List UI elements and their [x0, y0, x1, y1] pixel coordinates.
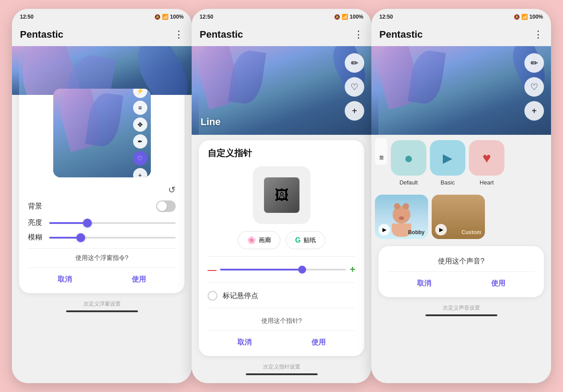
wallpaper-preview-1: ⚡ ≡ ✥ ✒ ♡ + — [53, 89, 151, 177]
bobby-label: Bobby — [408, 229, 425, 235]
size-track-2[interactable] — [220, 269, 346, 270]
more-menu-3[interactable]: ⋮ — [533, 29, 543, 40]
bottom-hint-3: 次定义声音设置 — [371, 302, 551, 314]
custom-label: Custom — [461, 229, 481, 235]
sound-item-custom[interactable]: ▶ Custom — [432, 195, 485, 239]
muted-icon-1 — [154, 14, 161, 20]
bobby-play-btn[interactable]: ▶ — [378, 224, 390, 235]
overlay-plus-2[interactable]: + — [345, 101, 364, 121]
battery-text-3: 100% — [529, 14, 543, 20]
basic-icon: ▶ — [443, 151, 453, 165]
brightness-fill — [49, 222, 87, 224]
wifi-icon-2: 📶 — [342, 14, 348, 20]
toolbar-btn-heart[interactable]: ♡ — [133, 151, 147, 165]
left-edge-strip-2 — [192, 46, 199, 135]
muted-icon-2 — [334, 14, 340, 20]
brightness-thumb[interactable] — [83, 219, 92, 227]
side-toolbar-1: ⚡ ≡ ✥ ✒ ♡ + — [133, 89, 147, 177]
wallpaper-area-3: ✏ ♡ + Line — [371, 46, 551, 135]
status-bar-1: 12:50 📶 100% — [12, 9, 192, 23]
toolbar-btn-plus[interactable]: + — [133, 168, 147, 177]
left-tab-3[interactable]: 类型 — [375, 138, 387, 165]
phone-1: 12:50 📶 100% Pentastic ⋮ — [12, 9, 192, 383]
checkpoint-radio-2[interactable] — [208, 291, 217, 301]
wallpaper-overlay-3: ✏ ♡ + — [524, 53, 544, 121]
dialog-card-1: ⚡ ≡ ✥ ✒ ♡ + ↺ 背景 — [19, 82, 185, 293]
content-area-3: 类型 ● Default ▶ Basic — [371, 135, 551, 383]
battery-text-2: 100% — [350, 14, 363, 20]
pointer-grid-3: ● Default ▶ Basic ♥ — [387, 135, 551, 191]
brightness-track[interactable] — [49, 222, 176, 224]
overlay-heart-3[interactable]: ♡ — [524, 77, 544, 97]
gallery-btn-2[interactable]: 🌸 画廊 — [238, 231, 280, 249]
blur-thumb[interactable] — [76, 233, 85, 242]
sounds-row-3: ▶ Bobby ▶ Custom — [371, 191, 551, 243]
size-thumb-2[interactable] — [298, 266, 306, 274]
overlay-pen-2[interactable]: ✏ — [345, 53, 364, 73]
pointer-icon-default: ● — [391, 140, 426, 176]
overlay-heart-2[interactable]: ♡ — [345, 77, 364, 97]
blur-track[interactable] — [49, 237, 176, 239]
bottom-hint-2: 次定义指针设置 — [192, 361, 371, 373]
sticker-label-2: 贴纸 — [303, 236, 316, 244]
action-footer-3: 取消 使用 — [387, 271, 535, 292]
size-plus-2[interactable]: + — [350, 264, 355, 275]
use-btn-2[interactable]: 使用 — [303, 336, 335, 349]
pointer-item-default[interactable]: ● Default — [391, 140, 426, 186]
sticker-btn-2[interactable]: G 贴纸 — [286, 231, 325, 249]
pointer-item-heart[interactable]: ♥ Heart — [469, 140, 504, 186]
image-picker-2[interactable]: 🖼 — [253, 166, 311, 224]
toolbar-btn-lines[interactable]: ≡ — [133, 101, 147, 115]
bottom-bar-1 — [66, 310, 138, 312]
left-edge-strip-1 — [12, 46, 19, 95]
status-bar-3: 12:50 📶 100% — [371, 9, 551, 23]
more-menu-2[interactable]: ⋮ — [354, 29, 363, 40]
w3-leaf-2 — [408, 49, 446, 106]
image-placeholder-2: 🖼 — [275, 187, 289, 204]
cancel-btn-3[interactable]: 取消 — [408, 277, 440, 290]
cancel-btn-1[interactable]: 取消 — [49, 273, 81, 286]
size-minus-2[interactable]: — — [208, 265, 217, 275]
pointer-name-basic: Basic — [441, 179, 455, 186]
app-title-1: Pentastic — [20, 29, 63, 40]
phones-container: 12:50 📶 100% Pentastic ⋮ — [0, 0, 563, 392]
dialog-footer-1: 使用这个浮窗指令? — [28, 248, 176, 264]
sound-item-bobby[interactable]: ▶ Bobby — [375, 195, 428, 239]
background-setting: 背景 — [28, 197, 176, 216]
overlay-plus-3[interactable]: + — [524, 101, 544, 121]
footer-hint-1: 使用这个浮窗指令? — [28, 254, 176, 262]
app-title-3: Pentastic — [379, 29, 423, 40]
leaf-3 — [128, 46, 192, 95]
use-btn-1[interactable]: 使用 — [123, 273, 155, 286]
toolbar-btn-lightning[interactable]: ⚡ — [133, 89, 147, 98]
dialog-title-2: 自定义指针 — [208, 147, 355, 159]
background-toggle[interactable] — [156, 200, 176, 212]
dialog-card-3: 使用这个声音? 取消 使用 — [378, 246, 544, 297]
more-menu-1[interactable]: ⋮ — [174, 29, 184, 40]
pointer-name-heart: Heart — [480, 179, 494, 186]
overlay-pen-3[interactable]: ✏ — [524, 53, 544, 73]
bottom-hint-1: 次定义浮窗设置 — [12, 298, 192, 310]
checkpoint-row-2: 标记悬停点 — [208, 288, 355, 306]
blur-row: 模糊 — [28, 230, 176, 245]
app-bar-3: Pentastic ⋮ — [371, 23, 551, 46]
toolbar-btn-pen[interactable]: ✒ — [133, 134, 147, 149]
size-fill-2 — [220, 269, 302, 270]
cancel-btn-2[interactable]: 取消 — [228, 336, 260, 349]
use-btn-3[interactable]: 使用 — [482, 277, 514, 290]
pointer-icon-heart: ♥ — [469, 140, 504, 176]
sticker-icon-2: G — [295, 236, 300, 244]
pointer-name-default: Default — [399, 179, 417, 186]
bottom-bar-2 — [246, 373, 318, 375]
pointer-item-basic[interactable]: ▶ Basic — [430, 140, 465, 186]
muted-icon-3 — [514, 14, 520, 20]
action-footer-2: 取消 使用 — [208, 330, 355, 351]
reset-icon-1[interactable]: ↺ — [28, 183, 176, 197]
bottom-bar-3 — [425, 314, 497, 316]
image-thumb-2: 🖼 — [264, 177, 299, 213]
toolbar-btn-settings[interactable]: ✥ — [133, 118, 147, 132]
custom-play-btn[interactable]: ▶ — [435, 224, 447, 235]
status-bar-2: 12:50 📶 100% — [192, 9, 371, 23]
left-edge-strip-3 — [371, 46, 378, 135]
gallery-label-2: 画廊 — [259, 236, 271, 244]
